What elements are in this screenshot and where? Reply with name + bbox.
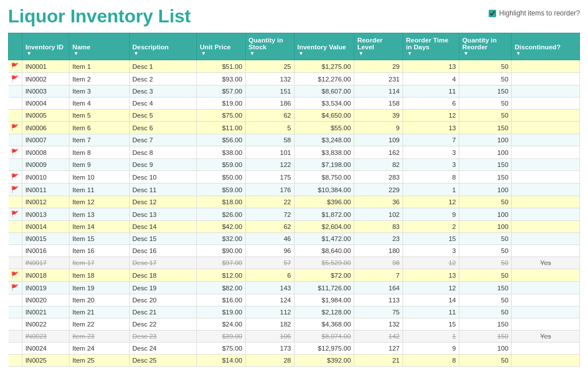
page-wrapper: Liquor Inventory List Highlight items to… (0, 0, 588, 372)
table-cell: 229 (354, 184, 403, 196)
table-cell: 109 (354, 134, 403, 146)
table-cell: IN0016 (22, 245, 69, 257)
table-row: 🚩IN0008Item 8Desc 8$38.00101$3,838.00162… (9, 146, 580, 159)
table-cell: Desc 6 (129, 122, 196, 134)
table-cell: Item 18 (69, 269, 129, 282)
table-cell (512, 196, 580, 208)
table-cell: 122 (245, 159, 294, 171)
th-qty-stock: Quantity in Stock ▼ (245, 33, 294, 60)
table-cell: 100 (459, 134, 511, 146)
table-cell: Item 3 (69, 85, 129, 98)
table-cell: Desc 12 (129, 196, 196, 208)
table-cell: Desc 20 (129, 294, 196, 306)
table-cell: $19.00 (197, 306, 246, 318)
filter-arrow-discontinued[interactable]: ▼ (516, 50, 577, 56)
table-cell: 58 (245, 134, 294, 146)
flag-icon: 🚩 (11, 149, 19, 155)
flag-cell (9, 343, 22, 355)
filter-arrow-inv-value[interactable]: ▼ (299, 50, 351, 56)
table-cell: 8 (403, 355, 459, 367)
table-row: IN0025Item 25Desc 25$14.0028$392.0021850 (9, 355, 580, 367)
table-cell (512, 73, 580, 85)
table-header-row: Inventory ID ▼ Name ▼ Description ▼ (9, 33, 580, 60)
flag-icon: 🚩 (11, 75, 19, 82)
table-cell: Desc 17 (129, 257, 196, 269)
table-cell (512, 122, 580, 134)
table-row: 🚩IN0010Item 10Desc 10$50.00175$8,750.002… (9, 171, 580, 184)
table-cell: 100 (459, 146, 511, 159)
table-cell: 50 (459, 233, 511, 245)
table-cell: $1,984.00 (294, 294, 354, 306)
th-qty-reorder: Quantity in Reorder ▼ (459, 33, 511, 60)
table-row: IN0023Item 23Desc 23$39.00106$8,074.0014… (9, 331, 580, 343)
table-cell (512, 221, 580, 233)
table-cell: 25 (245, 60, 294, 73)
table-cell: $90.00 (197, 245, 246, 257)
table-cell: $2,128.00 (294, 306, 354, 318)
highlight-checkbox[interactable] (489, 10, 496, 17)
table-cell: Desc 16 (129, 245, 196, 257)
table-cell: 100 (459, 208, 511, 221)
filter-arrow-desc[interactable]: ▼ (134, 50, 194, 56)
table-cell: 5 (245, 122, 294, 134)
table-cell: 12 (403, 196, 459, 208)
table-cell: $8,750.00 (294, 171, 354, 184)
table-row: 🚩IN0006Item 6Desc 6$11.005$55.00913150 (9, 122, 580, 134)
table-cell: 231 (354, 73, 403, 85)
table-cell: $8,640.00 (294, 245, 354, 257)
filter-arrow-reorder-days[interactable]: ▼ (407, 50, 456, 56)
table-row: 🚩IN0018Item 18Desc 18$12.006$72.0071350 (9, 269, 580, 282)
table-cell: Desc 19 (129, 282, 196, 294)
table-cell (512, 208, 580, 221)
table-cell: 46 (245, 233, 294, 245)
table-cell: $51.00 (197, 60, 246, 73)
table-cell: $72.00 (294, 269, 354, 282)
flag-cell: 🚩 (9, 282, 22, 294)
table-cell: Desc 21 (129, 306, 196, 318)
table-cell: Item 13 (69, 208, 129, 221)
table-cell: 132 (245, 73, 294, 85)
table-cell: 7 (403, 134, 459, 146)
filter-arrow-qty-reorder[interactable]: ▼ (463, 50, 508, 56)
table-cell: Desc 15 (129, 233, 196, 245)
table-cell: IN0002 (22, 73, 69, 85)
filter-arrow-qty-stock[interactable]: ▼ (250, 50, 291, 56)
table-cell: Yes (512, 257, 580, 269)
table-cell: $18.00 (197, 196, 246, 208)
table-cell: 28 (245, 355, 294, 367)
table-cell: 173 (245, 343, 294, 355)
flag-icon: 🚩 (11, 271, 19, 278)
table-cell: Item 22 (69, 318, 129, 331)
table-cell: 164 (354, 282, 403, 294)
table-cell: 101 (245, 146, 294, 159)
table-cell: 6 (403, 98, 459, 110)
table-cell: IN0014 (22, 221, 69, 233)
table-cell: 100 (459, 221, 511, 233)
table-cell: 50 (459, 73, 511, 85)
filter-arrow-name[interactable]: ▼ (74, 50, 126, 56)
flag-cell (9, 233, 22, 245)
table-cell: Item 24 (69, 343, 129, 355)
filter-arrow-id[interactable]: ▼ (26, 50, 66, 56)
table-cell: 83 (354, 221, 403, 233)
highlight-label[interactable]: Highlight items to reorder? (499, 9, 580, 17)
table-cell: IN0004 (22, 98, 69, 110)
table-cell: Desc 13 (129, 208, 196, 221)
table-cell: Desc 22 (129, 318, 196, 331)
table-cell: IN0024 (22, 343, 69, 355)
table-cell: Desc 24 (129, 343, 196, 355)
table-cell: $396.00 (294, 196, 354, 208)
filter-arrow-price[interactable]: ▼ (201, 50, 242, 56)
table-cell: 3 (403, 159, 459, 171)
table-cell: 186 (245, 98, 294, 110)
flag-cell: 🚩 (9, 269, 22, 282)
th-flag (9, 33, 22, 60)
filter-arrow-reorder-lvl[interactable]: ▼ (358, 50, 400, 56)
table-cell (512, 159, 580, 171)
table-cell: $8,074.00 (294, 331, 354, 343)
table-cell (512, 171, 580, 184)
table-cell: $93.00 (197, 73, 246, 85)
table-cell: 50 (459, 196, 511, 208)
table-row: 🚩IN0001Item 1Desc 1$51.0025$1,275.002913… (9, 60, 580, 73)
table-cell: 150 (459, 318, 511, 331)
